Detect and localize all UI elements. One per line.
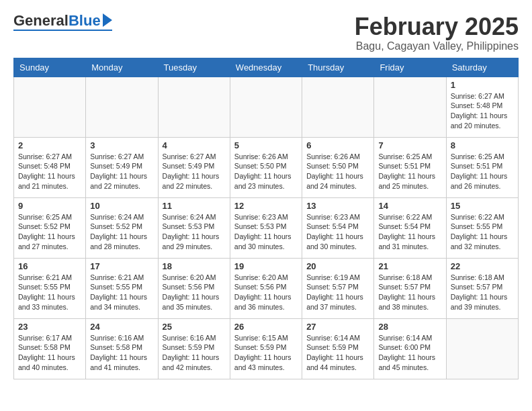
calendar-cell [14,77,86,137]
day-info: Sunrise: 6:17 AM Sunset: 5:58 PM Dayligh… [18,333,81,373]
calendar-cell: 28Sunrise: 6:14 AM Sunset: 6:00 PM Dayli… [374,318,446,379]
calendar-cell: 14Sunrise: 6:22 AM Sunset: 5:54 PM Dayli… [374,197,446,258]
calendar-cell: 26Sunrise: 6:15 AM Sunset: 5:59 PM Dayli… [230,318,302,379]
week-row-4: 23Sunrise: 6:17 AM Sunset: 5:58 PM Dayli… [14,318,519,379]
day-info: Sunrise: 6:15 AM Sunset: 5:59 PM Dayligh… [234,333,298,373]
calendar-cell: 4Sunrise: 6:27 AM Sunset: 5:49 PM Daylig… [158,137,230,197]
day-number: 3 [90,140,153,150]
day-number: 11 [163,201,226,211]
calendar-subtitle: Bagu, Cagayan Valley, Philippines [355,40,519,52]
day-number: 12 [234,201,298,211]
logo-general-text: General [13,13,69,28]
calendar-cell: 5Sunrise: 6:26 AM Sunset: 5:50 PM Daylig… [230,137,302,197]
calendar-cell: 10Sunrise: 6:24 AM Sunset: 5:52 PM Dayli… [86,197,158,258]
week-row-2: 9Sunrise: 6:25 AM Sunset: 5:52 PM Daylig… [14,197,519,258]
calendar-cell [230,77,302,137]
calendar-title: February 2025 [355,13,519,40]
day-info: Sunrise: 6:20 AM Sunset: 5:56 PM Dayligh… [234,273,298,312]
calendar-cell: 2Sunrise: 6:27 AM Sunset: 5:48 PM Daylig… [14,137,86,197]
day-info: Sunrise: 6:25 AM Sunset: 5:51 PM Dayligh… [378,152,441,191]
day-number: 14 [378,201,441,211]
day-number: 1 [451,80,514,90]
day-number: 8 [451,140,514,150]
day-info: Sunrise: 6:24 AM Sunset: 5:52 PM Dayligh… [90,212,153,252]
day-number: 10 [90,201,153,211]
day-number: 27 [306,322,369,332]
calendar-cell: 11Sunrise: 6:24 AM Sunset: 5:53 PM Dayli… [158,197,230,258]
day-info: Sunrise: 6:26 AM Sunset: 5:50 PM Dayligh… [234,152,298,191]
day-header-saturday: Saturday [446,58,518,77]
day-number: 22 [451,261,514,271]
day-info: Sunrise: 6:25 AM Sunset: 5:51 PM Dayligh… [451,152,514,191]
logo-blue-text: Blue [69,13,101,28]
day-number: 24 [90,322,153,332]
page: General Blue February 2025 Bagu, Cagayan… [0,0,532,386]
day-header-friday: Friday [374,58,446,77]
calendar-cell [86,77,158,137]
day-number: 4 [163,140,226,150]
day-number: 23 [18,322,81,332]
day-number: 5 [234,140,298,150]
day-number: 17 [90,261,153,271]
week-row-3: 16Sunrise: 6:21 AM Sunset: 5:55 PM Dayli… [14,258,519,318]
calendar-cell: 15Sunrise: 6:22 AM Sunset: 5:55 PM Dayli… [446,197,518,258]
logo-arrow-icon [103,13,112,27]
day-number: 19 [234,261,298,271]
day-header-sunday: Sunday [14,58,86,77]
calendar-cell: 18Sunrise: 6:20 AM Sunset: 5:56 PM Dayli… [158,258,230,318]
calendar-cell: 16Sunrise: 6:21 AM Sunset: 5:55 PM Dayli… [14,258,86,318]
calendar-cell: 20Sunrise: 6:19 AM Sunset: 5:57 PM Dayli… [302,258,374,318]
day-info: Sunrise: 6:25 AM Sunset: 5:52 PM Dayligh… [18,212,81,252]
day-info: Sunrise: 6:14 AM Sunset: 6:00 PM Dayligh… [378,333,441,373]
logo: General Blue [13,13,112,31]
calendar-cell: 23Sunrise: 6:17 AM Sunset: 5:58 PM Dayli… [14,318,86,379]
calendar-cell: 1Sunrise: 6:27 AM Sunset: 5:48 PM Daylig… [446,77,518,137]
calendar-cell: 7Sunrise: 6:25 AM Sunset: 5:51 PM Daylig… [374,137,446,197]
calendar-table: SundayMondayTuesdayWednesdayThursdayFrid… [13,58,519,379]
day-info: Sunrise: 6:18 AM Sunset: 5:57 PM Dayligh… [378,273,441,312]
day-number: 20 [306,261,369,271]
calendar-cell: 9Sunrise: 6:25 AM Sunset: 5:52 PM Daylig… [14,197,86,258]
day-info: Sunrise: 6:14 AM Sunset: 5:59 PM Dayligh… [306,333,369,373]
day-info: Sunrise: 6:16 AM Sunset: 5:58 PM Dayligh… [90,333,153,373]
week-row-1: 2Sunrise: 6:27 AM Sunset: 5:48 PM Daylig… [14,137,519,197]
header: General Blue February 2025 Bagu, Cagayan… [13,13,519,52]
calendar-cell: 22Sunrise: 6:18 AM Sunset: 5:57 PM Dayli… [446,258,518,318]
day-info: Sunrise: 6:26 AM Sunset: 5:50 PM Dayligh… [306,152,369,191]
day-number: 13 [306,201,369,211]
day-info: Sunrise: 6:22 AM Sunset: 5:55 PM Dayligh… [451,212,514,252]
day-info: Sunrise: 6:21 AM Sunset: 5:55 PM Dayligh… [90,273,153,312]
calendar-cell: 12Sunrise: 6:23 AM Sunset: 5:53 PM Dayli… [230,197,302,258]
calendar-cell: 13Sunrise: 6:23 AM Sunset: 5:54 PM Dayli… [302,197,374,258]
calendar-cell: 8Sunrise: 6:25 AM Sunset: 5:51 PM Daylig… [446,137,518,197]
day-info: Sunrise: 6:24 AM Sunset: 5:53 PM Dayligh… [163,212,226,252]
day-info: Sunrise: 6:27 AM Sunset: 5:49 PM Dayligh… [90,152,153,191]
day-info: Sunrise: 6:18 AM Sunset: 5:57 PM Dayligh… [451,273,514,312]
calendar-cell: 6Sunrise: 6:26 AM Sunset: 5:50 PM Daylig… [302,137,374,197]
day-number: 28 [378,322,441,332]
day-number: 18 [163,261,226,271]
day-info: Sunrise: 6:20 AM Sunset: 5:56 PM Dayligh… [163,273,226,312]
calendar-cell: 19Sunrise: 6:20 AM Sunset: 5:56 PM Dayli… [230,258,302,318]
day-info: Sunrise: 6:23 AM Sunset: 5:53 PM Dayligh… [234,212,298,252]
calendar-cell: 24Sunrise: 6:16 AM Sunset: 5:58 PM Dayli… [86,318,158,379]
day-info: Sunrise: 6:22 AM Sunset: 5:54 PM Dayligh… [378,212,441,252]
day-number: 9 [18,201,81,211]
day-number: 7 [378,140,441,150]
calendar-cell: 3Sunrise: 6:27 AM Sunset: 5:49 PM Daylig… [86,137,158,197]
day-header-wednesday: Wednesday [230,58,302,77]
day-number: 6 [306,140,369,150]
day-header-thursday: Thursday [302,58,374,77]
title-section: February 2025 Bagu, Cagayan Valley, Phil… [355,13,519,52]
calendar-cell: 17Sunrise: 6:21 AM Sunset: 5:55 PM Dayli… [86,258,158,318]
day-info: Sunrise: 6:27 AM Sunset: 5:49 PM Dayligh… [163,152,226,191]
calendar-cell [302,77,374,137]
day-number: 15 [451,201,514,211]
day-info: Sunrise: 6:19 AM Sunset: 5:57 PM Dayligh… [306,273,369,312]
day-info: Sunrise: 6:23 AM Sunset: 5:54 PM Dayligh… [306,212,369,252]
day-info: Sunrise: 6:21 AM Sunset: 5:55 PM Dayligh… [18,273,81,312]
calendar-cell [374,77,446,137]
logo-underline [13,30,112,31]
day-header-tuesday: Tuesday [158,58,230,77]
week-row-0: 1Sunrise: 6:27 AM Sunset: 5:48 PM Daylig… [14,77,519,137]
